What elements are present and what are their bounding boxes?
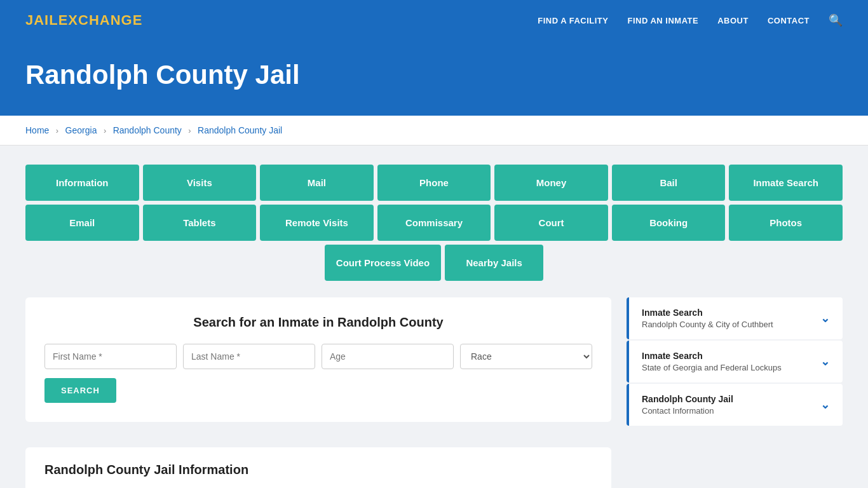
button-grid-row3: Court Process Video Nearby Jails: [25, 245, 843, 281]
btn-bail[interactable]: Bail: [612, 165, 726, 201]
button-grid-row1: Information Visits Mail Phone Money Bail…: [25, 165, 843, 201]
main-content: Information Visits Mail Phone Money Bail…: [0, 146, 868, 488]
breadcrumb-state[interactable]: Georgia: [65, 125, 97, 135]
btn-booking[interactable]: Booking: [612, 205, 726, 241]
search-button[interactable]: SEARCH: [44, 378, 116, 403]
nav-links: FIND A FACILITY FIND AN INMATE ABOUT CON…: [538, 13, 843, 27]
logo-exchange: EXCHANGE: [58, 12, 143, 28]
btn-nearby-jails[interactable]: Nearby Jails: [445, 245, 543, 281]
logo-jail: JAIL: [25, 12, 58, 28]
sidebar-card-text-1: Inmate Search State of Georgia and Feder…: [642, 351, 782, 372]
navbar: JAILEXCHANGE FIND A FACILITY FIND AN INM…: [0, 0, 868, 41]
btn-court[interactable]: Court: [494, 205, 608, 241]
sidebar-card-1[interactable]: Inmate Search State of Georgia and Feder…: [627, 341, 843, 383]
inmate-search-card: Search for an Inmate in Randolph County …: [25, 297, 611, 422]
btn-mail[interactable]: Mail: [260, 165, 374, 201]
sidebar-card-subtitle-2: Contact Information: [642, 406, 733, 416]
hero-section: Randolph County Jail: [0, 41, 868, 116]
breadcrumb-sep-3: ›: [188, 126, 191, 135]
search-icon-button[interactable]: 🔍: [829, 13, 843, 27]
nav-contact[interactable]: CONTACT: [768, 16, 810, 25]
btn-information[interactable]: Information: [25, 165, 139, 201]
chevron-down-icon-0: ⌄: [820, 311, 830, 325]
btn-visits[interactable]: Visits: [143, 165, 257, 201]
btn-remote-visits[interactable]: Remote Visits: [260, 205, 374, 241]
btn-photos[interactable]: Photos: [729, 205, 843, 241]
nav-find-inmate[interactable]: FIND AN INMATE: [627, 16, 698, 25]
breadcrumb-home[interactable]: Home: [25, 125, 49, 135]
page-title: Randolph County Jail: [25, 60, 843, 90]
breadcrumb-sep-2: ›: [104, 126, 106, 135]
jail-info-section: Randolph County Jail Information: [25, 447, 611, 488]
age-input[interactable]: [322, 344, 454, 369]
chevron-down-icon-2: ⌄: [820, 398, 830, 412]
btn-court-process-video[interactable]: Court Process Video: [325, 245, 441, 281]
jail-info-title: Randolph County Jail Information: [44, 463, 592, 477]
breadcrumb-current: Randolph County Jail: [198, 125, 282, 135]
breadcrumb: Home › Georgia › Randolph County › Rando…: [0, 116, 868, 146]
race-select[interactable]: Race White Black Hispanic Asian Other: [460, 344, 592, 369]
nav-about[interactable]: ABOUT: [717, 16, 749, 25]
btn-phone[interactable]: Phone: [377, 165, 491, 201]
sidebar-card-text-2: Randolph County Jail Contact Information: [642, 394, 733, 416]
right-sidebar: Inmate Search Randolph County & City of …: [627, 297, 843, 426]
btn-money[interactable]: Money: [494, 165, 608, 201]
lower-section: Search for an Inmate in Randolph County …: [25, 297, 843, 488]
chevron-down-icon-1: ⌄: [820, 355, 830, 369]
btn-commissary[interactable]: Commissary: [377, 205, 491, 241]
btn-email[interactable]: Email: [25, 205, 139, 241]
breadcrumb-county[interactable]: Randolph County: [113, 125, 182, 135]
sidebar-card-text-0: Inmate Search Randolph County & City of …: [642, 308, 773, 329]
sidebar-card-subtitle-0: Randolph County & City of Cuthbert: [642, 320, 773, 329]
first-name-input[interactable]: [44, 344, 177, 369]
search-form-title: Search for an Inmate in Randolph County: [44, 315, 592, 330]
search-form-row1: Race White Black Hispanic Asian Other: [44, 344, 592, 369]
sidebar-card-title-1: Inmate Search: [642, 351, 782, 361]
sidebar-card-title-0: Inmate Search: [642, 308, 773, 318]
breadcrumb-sep-1: ›: [56, 126, 58, 135]
nav-find-facility[interactable]: FIND A FACILITY: [538, 16, 608, 25]
sidebar-card-subtitle-1: State of Georgia and Federal Lockups: [642, 363, 782, 372]
sidebar-card-title-2: Randolph County Jail: [642, 394, 733, 404]
site-logo[interactable]: JAILEXCHANGE: [25, 12, 142, 29]
btn-tablets[interactable]: Tablets: [143, 205, 257, 241]
btn-inmate-search[interactable]: Inmate Search: [729, 165, 843, 201]
button-grid-row2: Email Tablets Remote Visits Commissary C…: [25, 205, 843, 241]
sidebar-card-0[interactable]: Inmate Search Randolph County & City of …: [627, 297, 843, 339]
sidebar-card-2[interactable]: Randolph County Jail Contact Information…: [627, 384, 843, 426]
last-name-input[interactable]: [183, 344, 315, 369]
